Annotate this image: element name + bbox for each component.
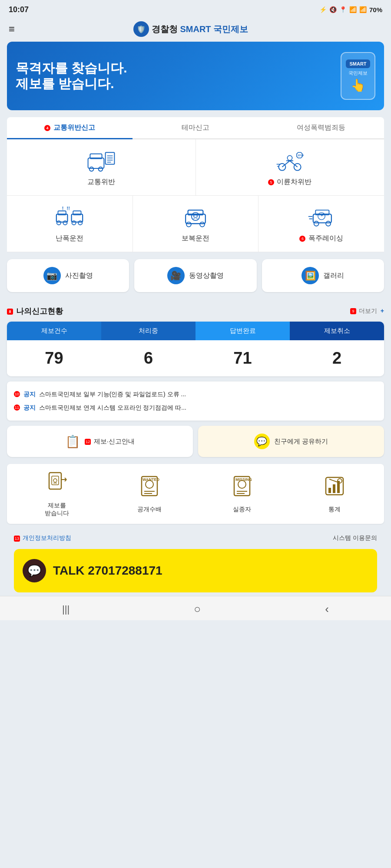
cell-reckless-driving[interactable]: !! ! 난폭운전: [7, 196, 133, 252]
signal-icon: 📶: [359, 6, 367, 13]
missing-svg: MISSING: [231, 475, 253, 497]
missing-button[interactable]: MISSING 실종자: [196, 471, 288, 517]
wifi-icon: 📶: [349, 6, 357, 13]
my-report-badge: 8: [7, 309, 13, 315]
my-report-title: 8 나의신고현황: [7, 306, 63, 316]
notice-text-1: 공지 스마트국민제보 일부 기능(인증 및 파일업로드) 오류 ...: [23, 390, 186, 399]
camera-icon: 📷: [43, 267, 61, 284]
bottom-navigation: ||| ○ ‹: [0, 596, 391, 620]
statistics-button[interactable]: 통계: [288, 471, 381, 517]
notice-item-2[interactable]: 11 공지 스마트국민제보 연계 시스템 오프라인 정기점검에 따...: [14, 401, 377, 414]
two-wheel-label: 5 이륜차위반: [268, 178, 311, 187]
hand-icon: 👆: [351, 78, 366, 92]
svg-point-2: [89, 167, 94, 171]
logo-text: 경찰청 SMART 국민제보: [152, 23, 248, 35]
volume-icon: 🔇: [329, 6, 337, 13]
receive-report-label: 제보를받습니다: [45, 501, 69, 517]
tab-badge-traffic: 4: [44, 125, 50, 131]
national-badge: 국민제보: [348, 70, 368, 76]
reckless-driving-icon: !! !: [56, 206, 83, 230]
nav-home-button[interactable]: ○: [194, 602, 201, 616]
receive-report-button[interactable]: 제보를받습니다: [10, 471, 103, 517]
svg-point-31: [186, 222, 191, 227]
gallery-label: 갤러리: [323, 271, 344, 280]
notice-keyword-2: 공지: [23, 404, 36, 411]
stats-numbers: 79 6 71 2: [7, 340, 384, 376]
talk-icon: 💬: [23, 559, 46, 582]
footer: 13 개인정보처리방침 시스템 이용문의: [7, 527, 384, 549]
svg-point-21: [57, 221, 61, 225]
plus-icon: +: [381, 307, 384, 314]
stats-bar: 제보건수 처리중 답변완료 제보취소 79 6 71 2: [7, 322, 384, 376]
tab-theme-label: 테마신고: [182, 124, 209, 131]
stats-tab-processing[interactable]: 처리중: [101, 322, 196, 340]
statistics-icon: [323, 475, 346, 502]
gallery-icon: 🖼️: [302, 267, 319, 284]
app-logo: 🛡️ 경찰청 SMART 국민제보: [133, 21, 248, 37]
svg-point-40: [314, 221, 318, 226]
nav-back-button[interactable]: ‹: [325, 602, 329, 616]
category-tabs: 4 교통위반신고 테마신고 여성폭력범죄등: [7, 117, 384, 139]
stats-tab-total[interactable]: 제보건수: [7, 322, 101, 340]
statistics-label: 통계: [328, 505, 341, 513]
system-contact-button[interactable]: 시스템 이용문의: [333, 534, 377, 542]
cell-street-racing[interactable]: 6 폭주레이싱: [258, 196, 384, 252]
svg-text:!!: !!: [67, 206, 70, 211]
logo-badge: 🛡️: [133, 21, 149, 37]
back-icon: ‹: [325, 602, 329, 616]
report-guide-icon: 📋: [65, 434, 80, 449]
svg-rect-46: [49, 473, 61, 489]
wanted-button[interactable]: WANTED 공개수배: [103, 471, 196, 517]
cell-revenge-driving[interactable]: 보복운전: [133, 196, 259, 252]
svg-point-25: [72, 221, 76, 225]
nav-recents-button[interactable]: |||: [62, 604, 70, 615]
logo-national: 국민제보: [213, 24, 248, 34]
status-icons: ⚡ 🔇 📍 📶 📶 70%: [319, 6, 382, 13]
tab-women-crime[interactable]: 여성폭력범죄등: [258, 117, 384, 138]
svg-rect-65: [333, 484, 335, 493]
kakao-share-button[interactable]: 💬 친구에게 공유하기: [198, 426, 384, 457]
bluetooth-icon: ⚡: [319, 6, 327, 13]
location-icon: 📍: [339, 6, 347, 13]
banner-line2: 제보를 받습니다.: [16, 76, 127, 92]
privacy-badge: 13: [14, 536, 20, 542]
svg-text:WANTED: WANTED: [142, 477, 159, 482]
report-grid: 교통위반 STOP 5 이륜차위반: [7, 139, 384, 252]
status-bar: 10:07 ⚡ 🔇 📍 📶 📶 70%: [0, 0, 391, 17]
kakao-label: 친구에게 공유하기: [274, 437, 328, 446]
tab-theme[interactable]: 테마신고: [133, 117, 258, 138]
banner[interactable]: 목격자를 찾습니다. 제보를 받습니다. SMART 국민제보 👆: [7, 42, 384, 110]
battery-level: 70%: [369, 6, 382, 13]
svg-point-41: [326, 221, 331, 226]
talk-banner[interactable]: 💬 TALK 27017288171: [14, 549, 377, 592]
svg-text:STOP: STOP: [298, 154, 304, 157]
stats-tab-cancelled[interactable]: 제보취소: [290, 322, 384, 340]
guide-badge: 12: [85, 439, 91, 445]
home-icon: ○: [194, 602, 201, 616]
stats-tab-answered[interactable]: 답변완료: [196, 322, 290, 340]
tab-traffic-violation[interactable]: 4 교통위반신고: [7, 117, 133, 138]
cell-two-wheel-violation[interactable]: STOP 5 이륜차위반: [196, 139, 384, 195]
gallery-button[interactable]: 🖼️ 갤러리: [262, 259, 384, 292]
header: ≡ 🛡️ 경찰청 SMART 국민제보: [0, 17, 391, 42]
my-report-section: 8 나의신고현황 9 더보기 + 제보건수 처리중 답변완료 제보취소 79 6…: [0, 299, 391, 592]
svg-point-48: [53, 479, 57, 482]
notice-item-1[interactable]: 10 공지 스마트국민제보 일부 기능(인증 및 파일업로드) 오류 ...: [14, 388, 377, 401]
tab-traffic-label: 교통위반신고: [53, 124, 95, 131]
notice-keyword-1: 공지: [23, 391, 36, 398]
menu-button[interactable]: ≡: [9, 23, 15, 35]
video-capture-button[interactable]: 🎥 동영상촬영: [134, 259, 256, 292]
svg-text:MISSING: MISSING: [235, 477, 252, 482]
svg-point-22: [63, 221, 67, 225]
video-label: 동영상촬영: [189, 271, 224, 280]
photo-capture-button[interactable]: 📷 사진촬영: [7, 259, 129, 292]
more-button[interactable]: 9 더보기 +: [350, 307, 384, 315]
privacy-policy-button[interactable]: 13 개인정보처리방침: [14, 534, 71, 542]
report-guide-button[interactable]: 📋 12 제보·신고안내: [7, 426, 193, 457]
banner-text: 목격자를 찾습니다. 제보를 받습니다.: [16, 60, 127, 92]
talk-number: TALK 27017288171: [53, 564, 368, 578]
receive-report-svg: [46, 471, 68, 493]
more-badge: 9: [350, 308, 356, 314]
stats-tabs: 제보건수 처리중 답변완료 제보취소: [7, 322, 384, 340]
cell-traffic-violation[interactable]: 교통위반: [7, 139, 196, 195]
